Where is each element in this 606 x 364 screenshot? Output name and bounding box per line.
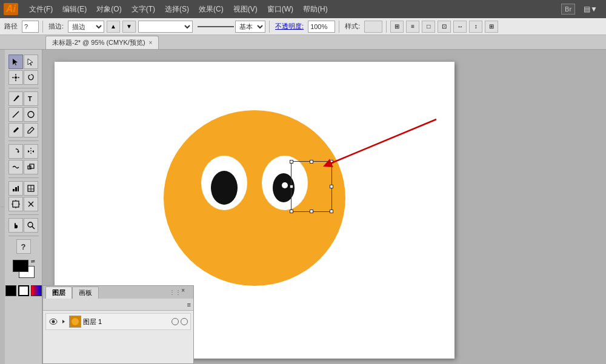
line-style-select[interactable]: 基本 — [235, 21, 265, 33]
type-tool[interactable]: T — [24, 91, 38, 106]
fill-stroke-row — [5, 285, 42, 296]
extra-btn3[interactable]: □ — [422, 21, 435, 33]
style-preview[interactable] — [364, 21, 382, 33]
layer-thumbnail — [69, 316, 81, 328]
direct-selection-tool[interactable] — [24, 55, 38, 69]
zoom-tool[interactable] — [24, 218, 38, 233]
menu-select[interactable]: 选择(S) — [160, 3, 194, 16]
layer-select-dot[interactable] — [171, 318, 179, 325]
stroke-type-select[interactable] — [138, 21, 193, 33]
svg-marker-14 — [32, 150, 34, 153]
artboards-tab[interactable]: 画板 — [72, 286, 99, 299]
rectangle-tool[interactable] — [24, 107, 38, 122]
layer-item: 图层 1 — [45, 313, 191, 330]
svg-rect-23 — [13, 201, 19, 207]
opacity-input[interactable] — [308, 21, 335, 33]
tool-row-7 — [8, 160, 38, 174]
menu-object[interactable]: 对象(O) — [92, 3, 126, 16]
menu-edit[interactable]: 编辑(E) — [58, 3, 92, 16]
stroke-select[interactable]: 描边 — [68, 21, 104, 33]
svg-marker-0 — [13, 59, 18, 65]
svg-line-37 — [327, 119, 436, 165]
layers-tab[interactable]: 图层 — [45, 286, 72, 299]
svg-marker-13 — [28, 150, 30, 153]
left-toolbar: ··· — [0, 50, 42, 364]
color-foreground-swatch[interactable] — [13, 260, 28, 272]
tool-sep-2 — [8, 141, 39, 141]
tool-row-5 — [8, 123, 38, 137]
layers-list: 图层 1 — [43, 311, 193, 363]
svg-point-7 — [18, 96, 19, 98]
stroke-icon[interactable] — [18, 285, 29, 296]
tool-sep-1 — [8, 88, 39, 88]
bridge-badge[interactable]: Br — [561, 4, 575, 15]
graph-tool[interactable] — [8, 181, 23, 196]
extra-btn4[interactable]: ⊡ — [438, 21, 451, 33]
extra-btn1[interactable]: ⊞ — [390, 21, 404, 33]
layer-visibility-btn[interactable] — [48, 317, 58, 326]
tab-close-btn[interactable]: × — [149, 39, 153, 46]
svg-line-29 — [32, 227, 35, 229]
svg-line-9 — [13, 111, 19, 117]
layers-panel: 图层 画板 ⋮⋮ × ≡ — [42, 285, 194, 364]
menu-file[interactable]: 文件(F) — [24, 3, 58, 16]
svg-marker-11 — [17, 151, 19, 153]
tool-row-1 — [8, 55, 38, 69]
tool-row-4 — [8, 107, 38, 122]
menu-window[interactable]: 窗口(W) — [262, 3, 298, 16]
pen-tool[interactable] — [8, 91, 23, 106]
svg-point-39 — [52, 320, 55, 323]
document-tab[interactable]: 未标题-2* @ 95% (CMYK/预览) × — [45, 36, 159, 49]
tab-bar: 未标题-2* @ 95% (CMYK/预览) × — [0, 35, 606, 50]
extra-btn2[interactable]: ≡ — [406, 21, 419, 33]
svg-point-10 — [28, 111, 34, 117]
panel-drag-hint: ⋮⋮ — [169, 289, 181, 296]
tool-sep-4 — [8, 214, 39, 215]
tool-row-10 — [8, 218, 38, 233]
fill-icon[interactable] — [5, 285, 16, 296]
sep2 — [269, 21, 270, 33]
hand-tool[interactable] — [8, 218, 23, 233]
svg-rect-19 — [18, 186, 19, 191]
ai-logo: Ai — [4, 3, 18, 15]
path-input[interactable] — [22, 21, 39, 33]
extra-btn6[interactable]: ↕ — [469, 21, 482, 33]
color-area: ⇄ — [10, 259, 37, 283]
slice-tool[interactable] — [24, 197, 38, 211]
lasso-tool[interactable] — [24, 70, 38, 85]
svg-point-6 — [15, 76, 17, 79]
column-graph-tool[interactable] — [24, 181, 38, 196]
panel-tab-bar: 图层 画板 ⋮⋮ × — [42, 285, 194, 299]
rotate-tool[interactable] — [8, 144, 23, 159]
swap-colors-btn[interactable]: ⇄ — [31, 259, 37, 265]
layer-lock-dot[interactable] — [181, 318, 188, 325]
stroke-down-btn[interactable]: ▼ — [122, 21, 136, 33]
menu-effect[interactable]: 效果(C) — [194, 3, 228, 16]
warp-tool[interactable] — [8, 160, 23, 174]
layer-expand-btn[interactable] — [60, 318, 67, 325]
reflect-tool[interactable] — [24, 144, 38, 159]
extra-btn5[interactable]: ↔ — [453, 21, 467, 33]
pencil-tool[interactable] — [24, 123, 38, 137]
menu-text[interactable]: 文字(T) — [127, 3, 160, 16]
svg-marker-40 — [62, 320, 65, 323]
help-tool[interactable]: ? — [16, 239, 31, 254]
line-tool[interactable] — [8, 107, 23, 122]
menu-help[interactable]: 帮助(H) — [298, 3, 333, 16]
tool-row-8 — [8, 181, 38, 196]
magic-wand-tool[interactable] — [8, 70, 23, 85]
selection-tool[interactable] — [8, 55, 23, 69]
panel-collapse-btn[interactable]: × — [181, 287, 185, 294]
menu-view[interactable]: 视图(V) — [228, 3, 262, 16]
artboard-tool[interactable] — [8, 197, 23, 211]
opacity-label[interactable]: 不透明度: — [273, 22, 305, 31]
stroke-up-btn[interactable]: ▲ — [107, 21, 120, 33]
gradient-icon[interactable] — [31, 285, 42, 296]
extra-btn7[interactable]: ⊞ — [485, 21, 498, 33]
menu-extra[interactable]: ▤▼ — [579, 4, 602, 15]
scale-tool[interactable] — [24, 160, 38, 174]
panel-menu-btn[interactable]: ≡ — [187, 301, 191, 308]
tool-sep-3 — [8, 177, 39, 178]
paintbrush-tool[interactable] — [8, 123, 23, 137]
svg-marker-1 — [28, 59, 33, 65]
